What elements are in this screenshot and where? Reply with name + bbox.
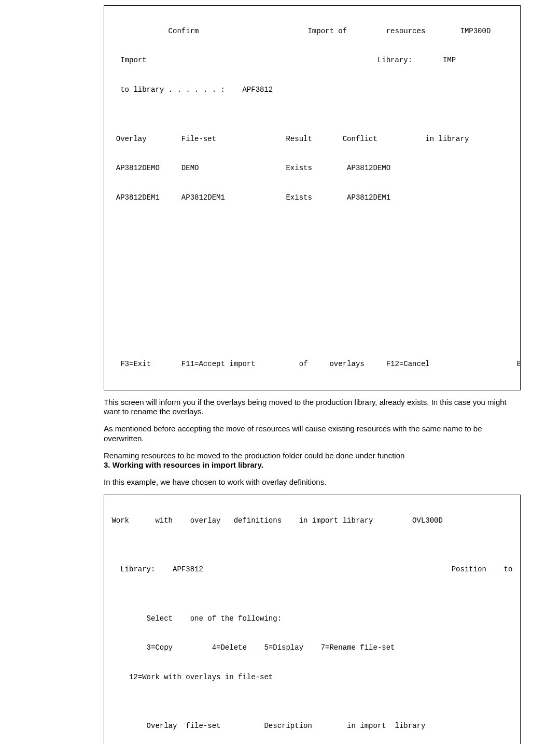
paragraph-rename-function: 3. Working with resources in import libr… xyxy=(104,460,263,469)
terminal-line: F3=Exit F11=Accept import of overlays F1… xyxy=(107,359,517,369)
terminal-line: Confirm Import of resources IMP300D xyxy=(107,26,517,36)
terminal-line: AP3812DEMO DEMO Exists AP3812DEMO xyxy=(107,163,517,173)
paragraph-overwrite-warning: As mentioned before accepting the move o… xyxy=(104,424,513,444)
terminal-line: 12=Work with overlays in file-set xyxy=(107,672,517,682)
terminal-line: Overlay File-set Result Conflict in libr… xyxy=(107,134,517,144)
terminal-line: Work with overlay definitions in import … xyxy=(107,516,517,526)
terminal-line: Select one of the following: xyxy=(107,614,517,624)
terminal-line: to library . . . . . . : APF3812 xyxy=(107,85,517,95)
paragraph-rename-instruction: Renaming resources to be moved to the pr… xyxy=(104,451,513,471)
terminal-line: 3=Copy 4=Delete 5=Display 7=Rename file-… xyxy=(107,643,517,653)
page-container: { "screen1": { "l1": " Confirm Import of… xyxy=(0,0,560,744)
paragraph-rename-text: Renaming resources to be moved to the pr… xyxy=(104,451,404,460)
terminal-screen-confirm-import: Confirm Import of resources IMP300D Impo… xyxy=(104,5,521,390)
paragraph-example-intro: In this example, we have chosen to work … xyxy=(104,478,513,487)
terminal-screen-work-overlay: Work with overlay definitions in import … xyxy=(104,495,521,744)
terminal-line: Overlay file-set Description in import l… xyxy=(107,721,517,731)
terminal-line: AP3812DEM1 AP3812DEM1 Exists AP3812DEM1 xyxy=(107,193,517,203)
paragraph-inform: This screen will inform you if the overl… xyxy=(104,398,513,417)
terminal-line: Library: APF3812 Position to xyxy=(107,565,517,574)
terminal-line: Import Library: IMP xyxy=(107,55,517,65)
